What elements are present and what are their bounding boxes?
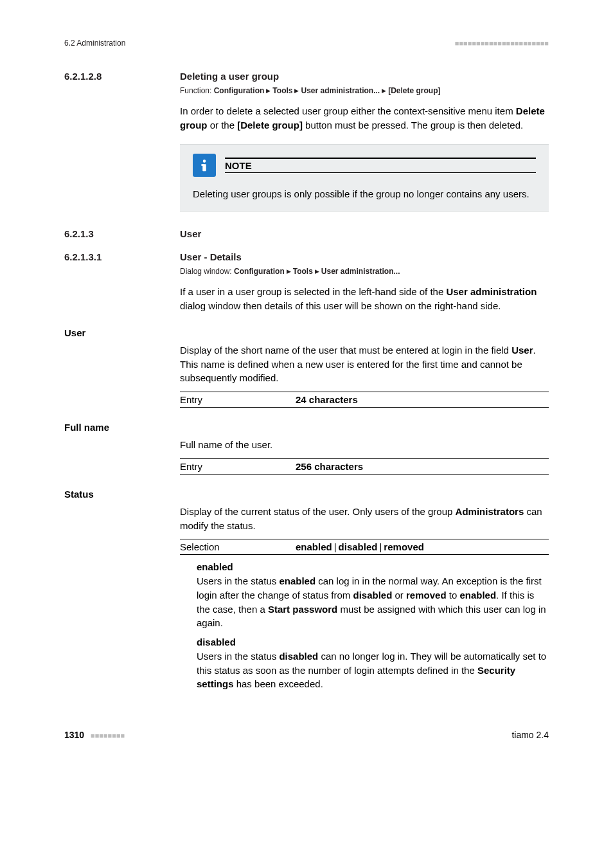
text-run-bold: Start password [268,604,337,615]
function-prefix: Function: [180,86,211,95]
text-run-bold: enabled [459,590,496,601]
option: removed [384,541,424,552]
note-body: Deleting user groups is only possible if… [193,187,536,201]
text-run: has been exceeded. [234,678,323,689]
dialog-prefix: Dialog window: [180,267,232,276]
function-path: Function: Configuration▶Tools▶User admin… [180,86,549,95]
option: enabled [296,541,332,552]
path-part: Configuration [234,267,285,276]
text-run-bold: User [511,345,533,356]
text-run: If a user in a user group is selected in… [180,286,446,297]
text-run: Users in the status [197,651,279,662]
text-run: Users in the status [197,575,279,586]
product-name: tiamo 2.4 [511,730,549,740]
text-run: In order to delete a selected user group… [180,105,516,116]
text-run-bold: removed [406,590,447,601]
svg-point-0 [203,159,206,163]
info-icon [193,154,216,177]
page-footer: 1310 ■■■■■■■■ tiamo 2.4 [64,730,549,740]
entry-row: Entry 256 characters [180,458,549,475]
dialog-path: Dialog window: Configuration▶Tools▶User … [180,267,549,276]
status-item-body: Users in the status enabled can log in i… [197,574,549,630]
field-heading: Full name [64,422,173,433]
path-part: Configuration [214,86,265,95]
path-part: Tools [272,86,292,95]
entry-label: Entry [180,394,296,405]
path-part: Tools [293,267,313,276]
text-run-bold: User administration [446,286,537,297]
path-part: User administration... [301,86,380,95]
paragraph: If a user in a user group is selected in… [180,285,549,313]
text-run-bold: Administrators [456,506,524,517]
selection-row: Selection enabled|disabled|removed [180,539,549,555]
entry-value: 24 characters [296,394,358,405]
running-header: 6.2 Administration ■■■■■■■■■■■■■■■■■■■■■… [64,39,549,48]
header-ornament: ■■■■■■■■■■■■■■■■■■■■■■ [455,39,549,47]
entry-row: Entry 24 characters [180,392,549,408]
text-run: Display of the current status of the use… [180,506,456,517]
field-heading: Status [64,489,173,500]
header-section: 6.2 Administration [64,39,125,48]
status-item-body: Users in the status disabled can no long… [197,649,549,691]
footer-ornament: ■■■■■■■■ [91,732,125,739]
status-item: disabled Users in the status disabled ca… [180,635,549,691]
paragraph: Display of the current status of the use… [180,505,549,533]
text-run: Display of the short name of the user th… [180,345,511,356]
svg-rect-2 [201,164,204,166]
selection-options: enabled|disabled|removed [296,541,424,552]
page-number: 1310 [64,730,84,740]
path-part: User administration... [321,267,400,276]
entry-label: Entry [180,461,296,472]
path-part: [Delete group] [388,86,440,95]
entry-value: 256 characters [296,461,363,472]
text-run: or the [208,120,238,131]
note-title: NOTE [225,160,536,171]
text-run-bold: disabled [353,590,392,601]
section-number: 6.2.1.3.1 [64,251,102,262]
field-heading: User [64,327,173,338]
note-box: NOTE Deleting user groups is only possib… [180,144,549,212]
text-run: or [392,590,406,601]
text-run: to [447,590,460,601]
paragraph: In order to delete a selected user group… [180,104,549,132]
status-item-name: enabled [197,560,549,574]
section-title: User [180,228,201,239]
text-run-bold: enabled [279,575,315,586]
text-run: dialog window then details of this user … [180,300,501,311]
section-number: 6.2.1.3 [64,228,94,239]
option: disabled [339,541,378,552]
paragraph: Display of the short name of the user th… [180,343,549,385]
section-number: 6.2.1.2.8 [64,71,102,82]
section-title: User - Details [180,251,242,262]
paragraph: Full name of the user. [180,438,549,452]
text-run: button must be pressed. The group is the… [303,120,523,131]
text-run-bold: [Delete group] [237,120,303,131]
status-item: enabled Users in the status enabled can … [180,560,549,630]
status-item-name: disabled [197,635,549,649]
selection-label: Selection [180,541,296,552]
section-title: Deleting a user group [180,71,279,82]
text-run-bold: disabled [279,651,318,662]
